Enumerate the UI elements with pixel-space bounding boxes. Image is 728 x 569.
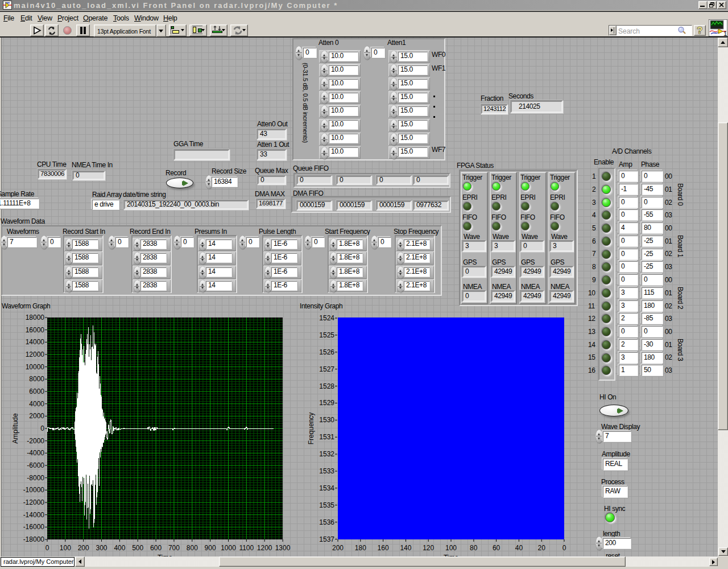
svg-text:1533: 1533 bbox=[319, 467, 334, 475]
svg-text:1532: 1532 bbox=[319, 450, 334, 458]
svg-text:200: 200 bbox=[78, 544, 89, 552]
svg-text:40: 40 bbox=[515, 544, 523, 552]
svg-text:1100: 1100 bbox=[239, 544, 254, 552]
svg-text:-2000: -2000 bbox=[27, 437, 44, 445]
svg-text:1528: 1528 bbox=[319, 382, 334, 390]
svg-text:-14000: -14000 bbox=[23, 511, 45, 519]
svg-text:8000: 8000 bbox=[29, 375, 44, 383]
svg-text:120: 120 bbox=[423, 544, 434, 552]
svg-text:1000: 1000 bbox=[221, 544, 236, 552]
svg-text:700: 700 bbox=[168, 544, 180, 552]
svg-text:1537: 1537 bbox=[319, 535, 334, 543]
svg-text:400: 400 bbox=[114, 544, 125, 552]
svg-text:0: 0 bbox=[40, 424, 44, 432]
svg-text:1: 1 bbox=[723, 30, 727, 36]
svg-text:1534: 1534 bbox=[319, 484, 334, 492]
svg-text:1525: 1525 bbox=[319, 331, 334, 339]
svg-text:-16000: -16000 bbox=[23, 523, 45, 531]
svg-text:-4000: -4000 bbox=[27, 449, 44, 457]
svg-text:20: 20 bbox=[538, 544, 546, 552]
svg-text:1535: 1535 bbox=[319, 501, 334, 509]
svg-text:160: 160 bbox=[378, 544, 389, 552]
svg-text:500: 500 bbox=[132, 544, 143, 552]
svg-text:4000: 4000 bbox=[29, 400, 44, 408]
svg-text:16000: 16000 bbox=[26, 326, 45, 334]
svg-text:-8000: -8000 bbox=[27, 474, 44, 482]
svg-text:1524: 1524 bbox=[319, 314, 334, 322]
svg-text:180: 180 bbox=[355, 544, 366, 552]
svg-text:6000: 6000 bbox=[29, 387, 44, 395]
svg-text:100: 100 bbox=[445, 544, 457, 552]
svg-text:Amplitude: Amplitude bbox=[11, 413, 19, 444]
svg-text:1531: 1531 bbox=[319, 433, 334, 441]
svg-text:800: 800 bbox=[187, 544, 198, 552]
svg-text:-10000: -10000 bbox=[23, 486, 45, 494]
svg-text:1526: 1526 bbox=[319, 348, 334, 356]
svg-text:10000: 10000 bbox=[26, 363, 45, 371]
svg-text:-12000: -12000 bbox=[23, 498, 45, 506]
svg-text:-6000: -6000 bbox=[27, 461, 44, 469]
svg-text:12000: 12000 bbox=[26, 351, 45, 358]
svg-text:0: 0 bbox=[46, 544, 49, 552]
svg-text:Frequency: Frequency bbox=[307, 413, 315, 445]
svg-text:300: 300 bbox=[96, 544, 107, 552]
svg-text:140: 140 bbox=[400, 544, 411, 552]
svg-text:14000: 14000 bbox=[26, 338, 45, 346]
svg-text:1530: 1530 bbox=[319, 416, 334, 424]
svg-text:1300: 1300 bbox=[275, 544, 291, 552]
svg-text:60: 60 bbox=[493, 544, 500, 552]
svg-text:1536: 1536 bbox=[319, 518, 334, 526]
svg-text:900: 900 bbox=[205, 544, 216, 552]
svg-text:1200: 1200 bbox=[257, 544, 272, 552]
svg-text:200: 200 bbox=[332, 544, 344, 552]
svg-text:-18000: -18000 bbox=[23, 535, 45, 543]
svg-text:?: ? bbox=[697, 26, 703, 35]
svg-text:18000: 18000 bbox=[26, 314, 45, 321]
svg-text:100: 100 bbox=[60, 544, 71, 552]
svg-text:80: 80 bbox=[470, 544, 478, 552]
svg-text:1529: 1529 bbox=[319, 399, 334, 407]
svg-text:600: 600 bbox=[150, 544, 162, 552]
svg-text:2000: 2000 bbox=[29, 412, 44, 420]
svg-text:1527: 1527 bbox=[319, 365, 334, 373]
svg-text:0: 0 bbox=[562, 544, 566, 552]
